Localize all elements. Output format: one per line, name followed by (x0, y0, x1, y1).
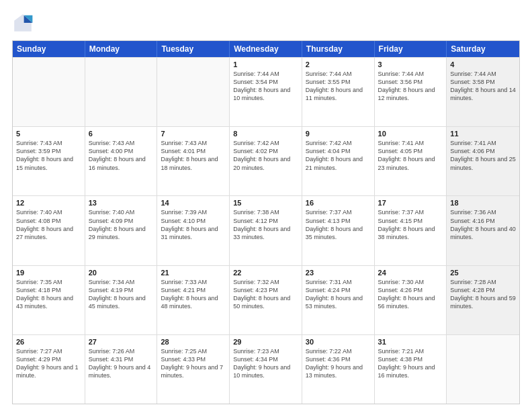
cell-info: Sunrise: 7:35 AM Sunset: 4:18 PM Dayligh… (16, 278, 81, 311)
cal-cell-empty (447, 335, 519, 404)
cell-info: Sunrise: 7:26 AM Sunset: 4:31 PM Dayligh… (89, 347, 154, 380)
page: SundayMondayTuesdayWednesdayThursdayFrid… (0, 0, 532, 411)
day-number: 25 (450, 269, 516, 277)
cal-cell-day-16: 16Sunrise: 7:37 AM Sunset: 4:13 PM Dayli… (302, 196, 375, 265)
cal-cell-day-18: 18Sunrise: 7:36 AM Sunset: 4:16 PM Dayli… (447, 196, 519, 265)
day-number: 28 (161, 338, 226, 346)
cell-info: Sunrise: 7:37 AM Sunset: 4:13 PM Dayligh… (306, 208, 371, 241)
cell-info: Sunrise: 7:22 AM Sunset: 4:36 PM Dayligh… (306, 347, 371, 380)
cal-row-3: 19Sunrise: 7:35 AM Sunset: 4:18 PM Dayli… (13, 265, 519, 334)
cal-cell-day-1: 1Sunrise: 7:44 AM Sunset: 3:54 PM Daylig… (230, 58, 302, 126)
calendar-body: 1Sunrise: 7:44 AM Sunset: 3:54 PM Daylig… (13, 57, 519, 404)
cell-info: Sunrise: 7:36 AM Sunset: 4:16 PM Dayligh… (450, 208, 516, 241)
day-number: 16 (306, 199, 371, 207)
day-number: 12 (16, 199, 81, 207)
cal-cell-day-24: 24Sunrise: 7:30 AM Sunset: 4:26 PM Dayli… (375, 266, 447, 334)
cal-cell-day-8: 8Sunrise: 7:42 AM Sunset: 4:02 PM Daylig… (230, 127, 302, 195)
cal-cell-day-7: 7Sunrise: 7:43 AM Sunset: 4:01 PM Daylig… (157, 127, 230, 195)
day-number: 2 (306, 60, 371, 68)
cal-cell-day-27: 27Sunrise: 7:26 AM Sunset: 4:31 PM Dayli… (85, 335, 158, 404)
cell-info: Sunrise: 7:41 AM Sunset: 4:05 PM Dayligh… (378, 139, 443, 172)
calendar-header: SundayMondayTuesdayWednesdayThursdayFrid… (13, 41, 519, 57)
cell-info: Sunrise: 7:37 AM Sunset: 4:15 PM Dayligh… (378, 208, 443, 241)
day-number: 31 (378, 338, 443, 346)
cal-cell-day-22: 22Sunrise: 7:32 AM Sunset: 4:23 PM Dayli… (230, 266, 302, 334)
day-number: 5 (16, 130, 81, 138)
cell-info: Sunrise: 7:30 AM Sunset: 4:26 PM Dayligh… (378, 278, 443, 311)
cal-cell-day-12: 12Sunrise: 7:40 AM Sunset: 4:08 PM Dayli… (13, 196, 85, 265)
cal-cell-day-21: 21Sunrise: 7:33 AM Sunset: 4:21 PM Dayli… (157, 266, 230, 334)
cal-cell-empty (13, 58, 85, 126)
day-number: 26 (16, 338, 81, 346)
day-number: 13 (89, 199, 154, 207)
cal-cell-day-17: 17Sunrise: 7:37 AM Sunset: 4:15 PM Dayli… (375, 196, 447, 265)
cal-cell-day-2: 2Sunrise: 7:44 AM Sunset: 3:55 PM Daylig… (302, 58, 375, 126)
cell-info: Sunrise: 7:44 AM Sunset: 3:55 PM Dayligh… (306, 70, 371, 103)
weekday-header-sunday: Sunday (13, 41, 85, 57)
cal-cell-day-28: 28Sunrise: 7:25 AM Sunset: 4:33 PM Dayli… (157, 335, 230, 404)
cal-cell-day-20: 20Sunrise: 7:34 AM Sunset: 4:19 PM Dayli… (85, 266, 158, 334)
header (12, 12, 520, 34)
day-number: 18 (450, 199, 516, 207)
cal-cell-day-29: 29Sunrise: 7:23 AM Sunset: 4:34 PM Dayli… (230, 335, 302, 404)
cell-info: Sunrise: 7:42 AM Sunset: 4:04 PM Dayligh… (306, 139, 371, 172)
cell-info: Sunrise: 7:41 AM Sunset: 4:06 PM Dayligh… (450, 139, 516, 172)
day-number: 10 (378, 130, 443, 138)
weekday-header-wednesday: Wednesday (230, 41, 302, 57)
cal-cell-day-31: 31Sunrise: 7:21 AM Sunset: 4:38 PM Dayli… (375, 335, 447, 404)
cal-cell-day-3: 3Sunrise: 7:44 AM Sunset: 3:56 PM Daylig… (375, 58, 447, 126)
cal-cell-day-5: 5Sunrise: 7:43 AM Sunset: 3:59 PM Daylig… (13, 127, 85, 195)
cal-cell-day-9: 9Sunrise: 7:42 AM Sunset: 4:04 PM Daylig… (302, 127, 375, 195)
cell-info: Sunrise: 7:44 AM Sunset: 3:58 PM Dayligh… (450, 70, 516, 103)
cell-info: Sunrise: 7:32 AM Sunset: 4:23 PM Dayligh… (233, 278, 298, 311)
cell-info: Sunrise: 7:43 AM Sunset: 4:01 PM Dayligh… (161, 139, 226, 172)
logo-icon (12, 12, 34, 34)
cal-cell-day-30: 30Sunrise: 7:22 AM Sunset: 4:36 PM Dayli… (302, 335, 375, 404)
day-number: 4 (450, 60, 516, 68)
day-number: 23 (306, 269, 371, 277)
cell-info: Sunrise: 7:43 AM Sunset: 4:00 PM Dayligh… (89, 139, 154, 172)
cell-info: Sunrise: 7:21 AM Sunset: 4:38 PM Dayligh… (378, 347, 443, 380)
cell-info: Sunrise: 7:27 AM Sunset: 4:29 PM Dayligh… (16, 347, 81, 380)
cal-cell-day-13: 13Sunrise: 7:40 AM Sunset: 4:09 PM Dayli… (85, 196, 158, 265)
cal-cell-empty (157, 58, 230, 126)
cell-info: Sunrise: 7:39 AM Sunset: 4:10 PM Dayligh… (161, 208, 226, 241)
cal-cell-day-4: 4Sunrise: 7:44 AM Sunset: 3:58 PM Daylig… (447, 58, 519, 126)
day-number: 22 (233, 269, 298, 277)
cal-cell-day-11: 11Sunrise: 7:41 AM Sunset: 4:06 PM Dayli… (447, 127, 519, 195)
cal-row-1: 5Sunrise: 7:43 AM Sunset: 3:59 PM Daylig… (13, 126, 519, 195)
cal-cell-day-26: 26Sunrise: 7:27 AM Sunset: 4:29 PM Dayli… (13, 335, 85, 404)
day-number: 1 (233, 60, 298, 68)
weekday-header-friday: Friday (375, 41, 447, 57)
cell-info: Sunrise: 7:28 AM Sunset: 4:28 PM Dayligh… (450, 278, 516, 311)
cal-row-4: 26Sunrise: 7:27 AM Sunset: 4:29 PM Dayli… (13, 334, 519, 404)
cal-cell-day-14: 14Sunrise: 7:39 AM Sunset: 4:10 PM Dayli… (157, 196, 230, 265)
day-number: 11 (450, 130, 516, 138)
cal-cell-day-19: 19Sunrise: 7:35 AM Sunset: 4:18 PM Dayli… (13, 266, 85, 334)
day-number: 21 (161, 269, 226, 277)
day-number: 7 (161, 130, 226, 138)
day-number: 24 (378, 269, 443, 277)
cal-cell-day-23: 23Sunrise: 7:31 AM Sunset: 4:24 PM Dayli… (302, 266, 375, 334)
cal-cell-day-6: 6Sunrise: 7:43 AM Sunset: 4:00 PM Daylig… (85, 127, 158, 195)
day-number: 3 (378, 60, 443, 68)
cell-info: Sunrise: 7:23 AM Sunset: 4:34 PM Dayligh… (233, 347, 298, 380)
cal-row-0: 1Sunrise: 7:44 AM Sunset: 3:54 PM Daylig… (13, 57, 519, 126)
cell-info: Sunrise: 7:40 AM Sunset: 4:08 PM Dayligh… (16, 208, 81, 241)
day-number: 8 (233, 130, 298, 138)
cell-info: Sunrise: 7:43 AM Sunset: 3:59 PM Dayligh… (16, 139, 81, 172)
day-number: 19 (16, 269, 81, 277)
weekday-header-monday: Monday (85, 41, 158, 57)
cell-info: Sunrise: 7:33 AM Sunset: 4:21 PM Dayligh… (161, 278, 226, 311)
cell-info: Sunrise: 7:38 AM Sunset: 4:12 PM Dayligh… (233, 208, 298, 241)
cell-info: Sunrise: 7:42 AM Sunset: 4:02 PM Dayligh… (233, 139, 298, 172)
cell-info: Sunrise: 7:34 AM Sunset: 4:19 PM Dayligh… (89, 278, 154, 311)
cell-info: Sunrise: 7:31 AM Sunset: 4:24 PM Dayligh… (306, 278, 371, 311)
cell-info: Sunrise: 7:40 AM Sunset: 4:09 PM Dayligh… (89, 208, 154, 241)
calendar: SundayMondayTuesdayWednesdayThursdayFrid… (12, 40, 520, 404)
day-number: 14 (161, 199, 226, 207)
day-number: 9 (306, 130, 371, 138)
day-number: 6 (89, 130, 154, 138)
cell-info: Sunrise: 7:44 AM Sunset: 3:56 PM Dayligh… (378, 70, 443, 103)
day-number: 29 (233, 338, 298, 346)
